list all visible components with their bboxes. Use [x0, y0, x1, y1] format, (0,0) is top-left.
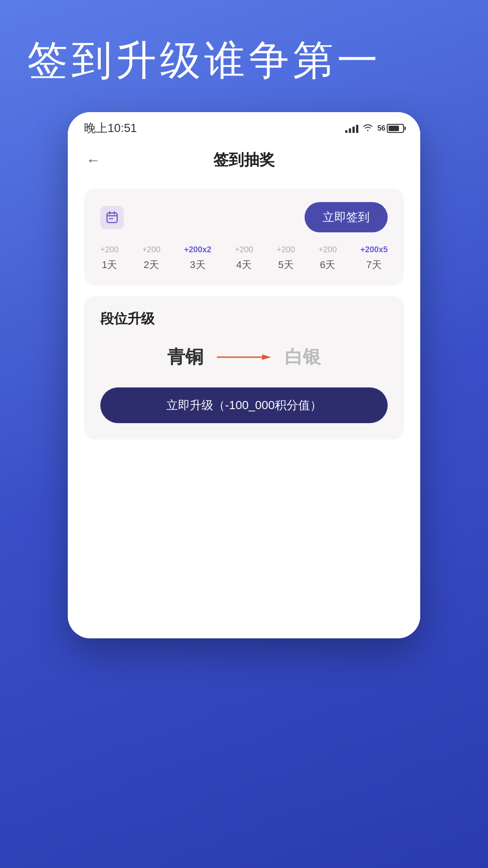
- phone-mockup: 晚上10:51 56: [68, 112, 420, 638]
- back-button[interactable]: ←: [86, 152, 100, 169]
- day-points-7: +200x5: [360, 245, 388, 255]
- day-points-5: +200: [277, 245, 295, 255]
- checkin-header: 立即签到: [100, 202, 388, 232]
- day-label-2: 2天: [144, 258, 159, 272]
- checkin-button[interactable]: 立即签到: [305, 202, 388, 232]
- status-bar: 晚上10:51 56: [68, 112, 420, 141]
- day-label-3: 3天: [190, 258, 205, 272]
- rank-arrow-icon: [217, 352, 271, 363]
- battery-level: 56: [377, 124, 385, 132]
- checkin-card: 立即签到 +200 1天 +200 2天 +200x2 3天 +200: [84, 189, 404, 285]
- day-points-4: +200: [235, 245, 253, 255]
- day-item-1: +200 1天: [100, 245, 119, 272]
- upgrade-button[interactable]: 立即升级（-100_000积分值）: [100, 387, 388, 423]
- current-rank-label: 青铜: [167, 344, 203, 369]
- svg-marker-7: [262, 354, 271, 360]
- day-item-3: +200x2 3天: [184, 245, 211, 272]
- bottom-area: [68, 458, 420, 638]
- next-rank-label: 白银: [285, 344, 321, 369]
- rank-section-title: 段位升级: [100, 310, 388, 328]
- day-item-2: +200 2天: [142, 245, 161, 272]
- day-points-6: +200: [319, 245, 337, 255]
- status-icons: 56: [345, 123, 404, 134]
- day-points-1: +200: [100, 245, 119, 255]
- page-title: 签到抽奖: [213, 150, 275, 170]
- calendar-icon: [100, 206, 124, 229]
- app-content: 立即签到 +200 1天 +200 2天 +200x2 3天 +200: [68, 179, 420, 458]
- wifi-icon: [363, 123, 373, 134]
- day-item-7: +200x5 7天: [360, 245, 388, 272]
- status-time: 晚上10:51: [84, 120, 137, 136]
- day-label-5: 5天: [278, 258, 293, 272]
- day-label-6: 6天: [320, 258, 335, 272]
- svg-point-5: [111, 217, 113, 219]
- day-item-4: +200 4天: [235, 245, 253, 272]
- day-points-2: +200: [142, 245, 161, 255]
- day-label-7: 7天: [366, 258, 382, 272]
- day-label-4: 4天: [236, 258, 252, 272]
- day-points-3: +200x2: [184, 245, 211, 255]
- signal-icon: [345, 124, 358, 133]
- rank-upgrade-card: 段位升级 青铜 白银 立即升级（-100_000积分值）: [84, 296, 404, 439]
- app-header: ← 签到抽奖: [68, 141, 420, 179]
- hero-title: 签到升级谁争第一: [0, 0, 488, 112]
- rank-progression: 青铜 白银: [100, 344, 388, 369]
- day-item-6: +200 6天: [319, 245, 337, 272]
- days-row: +200 1天 +200 2天 +200x2 3天 +200 4天 +200: [100, 245, 388, 272]
- svg-point-4: [109, 217, 111, 219]
- day-label-1: 1天: [102, 258, 117, 272]
- day-item-5: +200 5天: [277, 245, 295, 272]
- battery-icon: 56: [377, 124, 404, 133]
